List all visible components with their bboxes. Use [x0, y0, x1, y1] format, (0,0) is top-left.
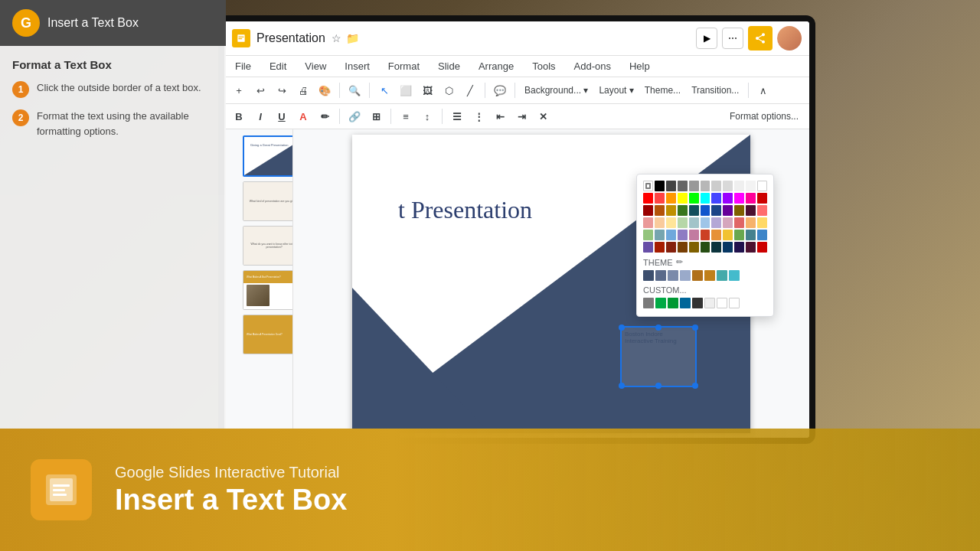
theme-color-8[interactable] — [729, 270, 740, 281]
d1[interactable] — [643, 205, 653, 216]
color-white-2[interactable] — [757, 181, 767, 191]
color-near-white-2[interactable] — [746, 181, 756, 191]
custom-color-3[interactable] — [668, 298, 678, 308]
handle-tr[interactable] — [692, 324, 698, 331]
user-avatar[interactable] — [777, 26, 802, 51]
g4[interactable] — [678, 242, 688, 253]
numbering-button[interactable]: ⋮ — [469, 106, 488, 126]
d2[interactable] — [655, 205, 665, 216]
slide-2-thumbnail[interactable]: What kind of presentation are you giving… — [243, 181, 293, 221]
f11[interactable] — [757, 230, 767, 240]
e11[interactable] — [757, 217, 767, 228]
g7[interactable] — [711, 242, 721, 253]
e5[interactable] — [689, 217, 699, 228]
menu-help[interactable]: Help — [626, 59, 653, 73]
e10[interactable] — [746, 217, 756, 228]
linespace-button[interactable]: ↕ — [417, 106, 437, 126]
handle-br[interactable] — [692, 383, 698, 389]
indent-increase-button[interactable]: ⇥ — [511, 106, 531, 126]
menu-file[interactable]: File — [232, 59, 254, 73]
color-near-white-1[interactable] — [734, 181, 744, 191]
f3[interactable] — [666, 230, 676, 240]
e9[interactable] — [734, 217, 744, 228]
e8[interactable] — [723, 217, 733, 228]
menu-insert[interactable]: Insert — [341, 59, 373, 73]
color-light-gray-2[interactable] — [711, 181, 721, 191]
d10[interactable] — [746, 205, 756, 216]
e7[interactable] — [711, 217, 721, 228]
f7[interactable] — [711, 230, 721, 240]
menu-format[interactable]: Format — [385, 59, 423, 73]
custom-color-1[interactable] — [643, 298, 654, 308]
c10[interactable] — [757, 193, 767, 204]
g10[interactable] — [746, 242, 756, 253]
paint-button[interactable]: 🎨 — [315, 80, 335, 100]
color-light-gray-3[interactable] — [723, 181, 733, 191]
theme-color-4[interactable] — [680, 270, 691, 281]
insert-image-button[interactable]: ⊞ — [366, 106, 386, 126]
g6[interactable] — [701, 242, 710, 253]
slide-5-thumbnail[interactable]: What Makes A Presentation Good? — [243, 315, 293, 354]
custom-color-7[interactable] — [717, 298, 727, 308]
handle-bm[interactable] — [655, 383, 662, 389]
d3[interactable] — [666, 205, 676, 216]
align-button[interactable]: ≡ — [396, 106, 416, 126]
star-icon[interactable]: ☆ — [332, 32, 341, 44]
f2[interactable] — [655, 230, 665, 240]
color-dark-gray-1[interactable] — [666, 181, 676, 191]
layout-button[interactable]: Layout ▾ — [594, 80, 638, 100]
italic-button[interactable]: I — [250, 106, 270, 126]
theme-color-5[interactable] — [692, 270, 703, 281]
shapes-button[interactable]: ⬡ — [439, 80, 459, 100]
highlight-button[interactable]: ✏ — [315, 106, 335, 126]
c6[interactable] — [711, 193, 721, 204]
textbox-button[interactable]: ⬜ — [396, 80, 416, 100]
f6[interactable] — [701, 230, 710, 240]
c8[interactable] — [734, 193, 744, 204]
add-button[interactable]: + — [229, 80, 249, 100]
handle-tm[interactable] — [655, 324, 662, 331]
menu-slide[interactable]: Slide — [435, 59, 463, 73]
custom-color-4[interactable] — [680, 298, 691, 308]
g11[interactable] — [757, 242, 767, 253]
handle-tl[interactable] — [619, 324, 625, 331]
c5[interactable] — [701, 193, 710, 204]
menu-view[interactable]: View — [302, 59, 329, 73]
color-red[interactable] — [643, 193, 653, 204]
theme-button[interactable]: Theme... — [640, 80, 685, 100]
font-color-button[interactable]: A — [293, 106, 313, 126]
d9[interactable] — [734, 205, 744, 216]
g8[interactable] — [723, 242, 733, 253]
theme-color-1[interactable] — [643, 270, 654, 281]
c9[interactable] — [746, 193, 756, 204]
custom-color-5[interactable] — [692, 298, 703, 308]
menu-edit[interactable]: Edit — [266, 59, 289, 73]
e2[interactable] — [655, 217, 665, 228]
custom-color-6[interactable] — [704, 298, 715, 308]
image-button[interactable]: 🖼 — [417, 80, 437, 100]
g2[interactable] — [655, 242, 665, 253]
color-black[interactable] — [655, 181, 665, 191]
theme-color-2[interactable] — [655, 270, 666, 281]
g3[interactable] — [666, 242, 676, 253]
bullets-button[interactable]: ☰ — [447, 106, 467, 126]
d7[interactable] — [711, 205, 721, 216]
color-light-gray-1[interactable] — [701, 181, 710, 191]
menu-arrange[interactable]: Arrange — [475, 59, 517, 73]
g5[interactable] — [689, 242, 699, 253]
g1[interactable] — [643, 242, 653, 253]
transition-button[interactable]: Transition... — [687, 80, 743, 100]
handle-bl[interactable] — [619, 383, 625, 389]
print-button[interactable]: 🖨 — [293, 80, 313, 100]
slide-4-thumbnail[interactable]: What Makes A Bad Presentation? — [243, 270, 293, 310]
background-button[interactable]: Background... ▾ — [520, 80, 593, 100]
theme-color-3[interactable] — [668, 270, 678, 281]
line-button[interactable]: ╱ — [460, 80, 480, 100]
g9[interactable] — [734, 242, 744, 253]
e1[interactable] — [643, 217, 653, 228]
slide-1-thumbnail[interactable]: Giving a Great Presentation — [243, 135, 293, 177]
menu-addons[interactable]: Add-ons — [571, 59, 614, 73]
c3[interactable] — [678, 193, 688, 204]
d6[interactable] — [701, 205, 710, 216]
f9[interactable] — [734, 230, 744, 240]
